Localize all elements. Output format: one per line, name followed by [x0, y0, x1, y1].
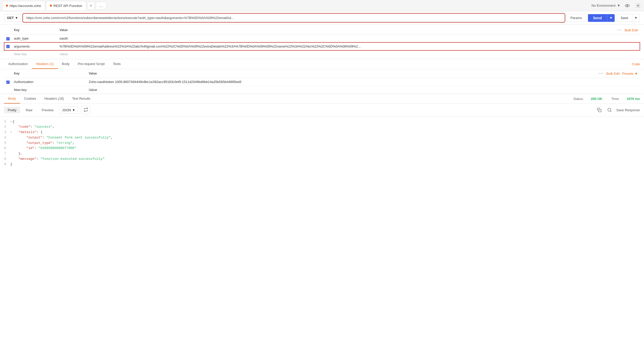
tab-authorization[interactable]: Authorization: [4, 59, 32, 69]
eye-icon[interactable]: [623, 2, 631, 10]
table-row-new: New key Value: [4, 86, 640, 94]
new-value-placeholder[interactable]: Value: [87, 86, 583, 94]
tab-headers[interactable]: Headers (1): [32, 59, 58, 69]
send-button-group: Send ▼: [588, 14, 615, 22]
code-line: 1 ▾{: [0, 119, 644, 125]
save-button[interactable]: Save: [617, 14, 632, 22]
tab-dot-icon: [6, 5, 8, 7]
save-dropdown-button[interactable]: ▼: [632, 14, 640, 22]
chevron-down-icon: ▼: [634, 72, 638, 76]
save-response-button[interactable]: Save Response: [616, 108, 640, 112]
body-tab-raw[interactable]: Raw: [22, 107, 36, 113]
tab-rest-api[interactable]: REST API Function: [46, 1, 86, 10]
chevron-down-icon: ▼: [617, 4, 620, 7]
main-layout: GET ▼ Params Send ▼ Save ▼ Key Value: [0, 11, 644, 343]
table-row: auth_type oauth: [4, 35, 640, 43]
send-button[interactable]: Send: [588, 14, 607, 22]
params-more-icon[interactable]: ···: [617, 28, 622, 32]
row-checkbox[interactable]: [6, 37, 10, 41]
row-checkbox[interactable]: [6, 45, 10, 48]
tab-accounts-zoho[interactable]: https://accounts.zoho: [2, 1, 45, 10]
code-line: 8 "message": "function executed successf…: [0, 156, 644, 162]
tab-body[interactable]: Body: [58, 59, 74, 69]
headers-key-header: Key: [12, 69, 87, 78]
response-tab-body[interactable]: Body: [4, 94, 20, 104]
headers-value-header: Value: [87, 69, 583, 78]
headers-section: Key Value ··· Bulk Edit Presets ▼: [0, 69, 644, 94]
body-tab-pretty[interactable]: Pretty: [4, 107, 20, 113]
tab-dot-icon: [50, 5, 52, 7]
body-tab-preview[interactable]: Preview: [38, 107, 57, 113]
headers-check-header: [4, 69, 12, 78]
more-tabs-button[interactable]: ...: [96, 2, 106, 10]
params-button[interactable]: Params: [567, 14, 586, 22]
response-tab-headers[interactable]: Headers (18): [40, 94, 68, 104]
send-dropdown-button[interactable]: ▼: [607, 14, 615, 22]
copy-icon[interactable]: [596, 106, 603, 114]
svg-line-4: [611, 111, 611, 112]
header-key: Authorization: [12, 78, 87, 86]
add-tab-button[interactable]: +: [87, 2, 95, 10]
table-row: Authorization Zoho-oauthtoken 1000.86074…: [4, 78, 640, 86]
code-line: 6 "id": "63095000000077006": [0, 146, 644, 151]
params-section: Key Value ··· Bulk Edit auth_type oauth: [0, 25, 644, 59]
chevron-down-icon: ▼: [72, 108, 75, 112]
svg-point-3: [608, 108, 611, 111]
presets-button[interactable]: Presets ▼: [622, 72, 638, 76]
param-key: auth_type: [12, 35, 58, 43]
tab-bar-right: No Environment ▼: [592, 2, 642, 10]
code-area: 1 ▾{ 2 "code": "success", 3 ▾ "details":…: [0, 117, 644, 170]
url-input[interactable]: [23, 14, 565, 22]
table-row-new: New key Value: [4, 50, 640, 58]
param-value: oauth: [58, 35, 588, 43]
time-label: Time:: [611, 97, 620, 101]
code-action[interactable]: Code: [632, 62, 640, 66]
wrap-button[interactable]: [81, 106, 91, 114]
search-icon[interactable]: [606, 106, 613, 114]
method-select[interactable]: GET ▼: [4, 14, 21, 22]
params-table: Key Value ··· Bulk Edit auth_type oauth: [4, 26, 640, 58]
row-checkbox[interactable]: [6, 80, 10, 84]
svg-point-1: [638, 5, 639, 6]
headers-bulk-edit-button[interactable]: Bulk Edit: [606, 72, 620, 76]
param-value: %7B%0D%0A%09%22emailAddress%22%3A%22abc%…: [58, 42, 588, 50]
format-selector[interactable]: JSON ▼: [59, 107, 78, 114]
code-line: 5 "output_type": "string",: [0, 141, 644, 146]
response-tab-test-results[interactable]: Test Results: [68, 94, 94, 104]
code-line: 2 "code": "success",: [0, 124, 644, 130]
headers-more-icon[interactable]: ···: [599, 71, 604, 76]
environment-selector[interactable]: No Environment ▼: [592, 4, 620, 7]
code-line: 9 }: [0, 162, 644, 167]
format-label: JSON: [62, 108, 71, 112]
params-key-header: Key: [12, 26, 58, 35]
new-key-placeholder[interactable]: New key: [12, 86, 87, 94]
settings-icon[interactable]: [634, 2, 642, 10]
response-meta: Status: 200 OK Time: 1970 ms: [573, 97, 640, 101]
tab-label: https://accounts.zoho: [10, 4, 41, 8]
table-row-highlighted: arguments %7B%0D%0A%09%22emailAddress%22…: [4, 42, 640, 50]
tab-pre-request-script[interactable]: Pre-request Script: [74, 59, 109, 69]
new-key-placeholder[interactable]: New key: [12, 50, 58, 58]
tab-bar: https://accounts.zoho REST API Function …: [0, 0, 644, 11]
response-body-toolbar: Pretty Raw Preview JSON ▼ Save Response: [0, 104, 644, 117]
chevron-down-icon: ▼: [15, 16, 18, 20]
header-value: Zoho-oauthtoken 1000.8607494449c8bc1e392…: [87, 78, 583, 86]
status-value: 200 OK: [591, 97, 602, 101]
bulk-edit-button[interactable]: Bulk Edit: [625, 28, 638, 32]
method-label: GET: [7, 16, 14, 20]
svg-point-0: [627, 5, 628, 6]
code-line: 4 "output": "Consent form sent successfu…: [0, 135, 644, 141]
tab-label: REST API Function: [53, 4, 82, 8]
new-value-placeholder[interactable]: Value: [58, 50, 588, 58]
code-line: 3 ▾ "details": {: [0, 130, 644, 135]
headers-table: Key Value ··· Bulk Edit Presets ▼: [4, 69, 640, 94]
code-line: 7 },: [0, 151, 644, 156]
tab-tests[interactable]: Tests: [109, 59, 125, 69]
svg-rect-2: [599, 109, 601, 112]
save-button-group: Save ▼: [617, 14, 640, 22]
response-tab-cookies[interactable]: Cookies: [20, 94, 40, 104]
params-value-header: Value: [58, 26, 588, 35]
request-tabs: Authorization Headers (1) Body Pre-reque…: [0, 59, 644, 69]
params-header-row: Key Value ··· Bulk Edit auth_type oauth: [4, 25, 640, 59]
response-body-actions: Save Response: [596, 106, 640, 114]
